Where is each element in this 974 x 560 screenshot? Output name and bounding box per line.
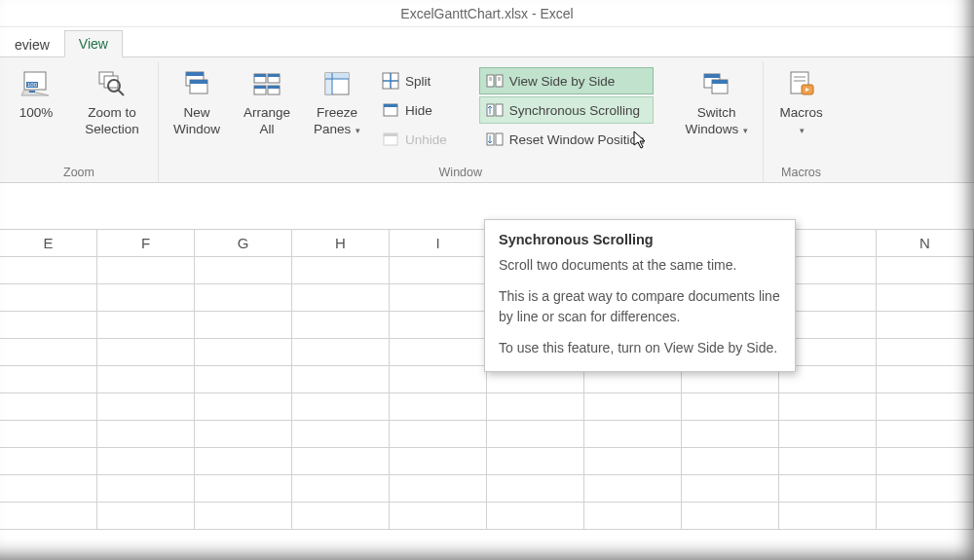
tooltip-text: This is a great way to compare documents… bbox=[499, 286, 781, 326]
group-window-label: Window bbox=[165, 163, 757, 182]
group-window: New Window Arrange All Freeze Panes ▾ bbox=[159, 61, 764, 182]
group-macros-label: Macros bbox=[769, 163, 834, 182]
svg-line-6 bbox=[118, 90, 124, 95]
split-label: Split bbox=[405, 74, 431, 89]
hide-label: Hide bbox=[405, 103, 432, 118]
title-bar: ExcelGanttChart.xlsx - Excel bbox=[0, 0, 974, 27]
view-side-by-side-button[interactable]: View Side by Side bbox=[479, 67, 654, 94]
unhide-button: Unhide bbox=[375, 126, 456, 153]
new-window-button[interactable]: New Window bbox=[165, 63, 229, 139]
table-row[interactable] bbox=[0, 393, 974, 421]
zoom-100-label: 100% bbox=[19, 105, 54, 122]
switch-windows-label: Switch Windows ▾ bbox=[680, 105, 754, 138]
table-row[interactable] bbox=[0, 475, 974, 503]
group-zoom: 100 100% Zoom to Selection Zoom bbox=[0, 61, 159, 182]
hide-button[interactable]: Hide bbox=[375, 96, 456, 124]
macros-button[interactable]: Macros▾ bbox=[769, 63, 834, 139]
tooltip-title: Synchronous Scrolling bbox=[499, 232, 781, 247]
col-header[interactable]: E bbox=[0, 230, 97, 256]
tab-view[interactable]: View bbox=[64, 30, 123, 57]
svg-rect-18 bbox=[268, 86, 280, 89]
unhide-label: Unhide bbox=[405, 132, 447, 147]
hide-icon bbox=[382, 101, 399, 119]
svg-rect-8 bbox=[186, 72, 204, 76]
col-header[interactable]: F bbox=[97, 230, 195, 256]
window-title: ExcelGanttChart.xlsx - Excel bbox=[400, 6, 573, 21]
zoom-100-icon: 100 bbox=[19, 68, 53, 101]
svg-rect-40 bbox=[496, 133, 503, 145]
table-row[interactable] bbox=[0, 448, 974, 475]
svg-rect-28 bbox=[384, 104, 397, 107]
svg-rect-16 bbox=[254, 86, 266, 89]
freeze-panes-label: Freeze Panes ▾ bbox=[308, 105, 366, 138]
unhide-icon bbox=[382, 131, 399, 148]
switch-windows-icon bbox=[700, 68, 733, 101]
col-header[interactable]: N bbox=[877, 230, 974, 256]
svg-rect-10 bbox=[190, 80, 207, 84]
svg-rect-12 bbox=[254, 74, 266, 77]
new-window-icon bbox=[180, 68, 213, 101]
arrange-all-button[interactable]: Arrange All bbox=[235, 63, 299, 139]
split-button[interactable]: Split bbox=[375, 67, 456, 94]
svg-rect-14 bbox=[268, 74, 280, 77]
tooltip-text: To use this feature, turn on View Side b… bbox=[499, 338, 781, 357]
svg-rect-44 bbox=[712, 80, 728, 84]
zoom-to-selection-icon bbox=[95, 68, 129, 101]
synchronous-scrolling-icon bbox=[486, 101, 504, 119]
table-row[interactable] bbox=[0, 421, 974, 448]
view-side-by-side-icon bbox=[486, 72, 504, 90]
arrange-all-label: Arrange All bbox=[238, 105, 296, 138]
svg-rect-32 bbox=[496, 75, 503, 87]
reset-window-position-button[interactable]: Reset Window Position bbox=[479, 126, 654, 153]
freeze-panes-icon bbox=[320, 68, 354, 101]
svg-rect-38 bbox=[496, 104, 503, 116]
macros-icon bbox=[785, 68, 818, 101]
svg-rect-42 bbox=[704, 74, 720, 78]
split-icon bbox=[382, 72, 399, 90]
macros-label: Macros▾ bbox=[779, 105, 822, 138]
col-header[interactable]: G bbox=[195, 230, 292, 256]
svg-rect-21 bbox=[325, 73, 332, 94]
tooltip-text: Scroll two documents at the same time. bbox=[499, 255, 781, 275]
zoom-to-selection-button[interactable]: Zoom to Selection bbox=[72, 63, 152, 139]
new-window-label: New Window bbox=[168, 105, 226, 138]
group-zoom-label: Zoom bbox=[6, 163, 152, 182]
zoom-to-selection-label: Zoom to Selection bbox=[75, 105, 149, 138]
ribbon-tabs: eview View bbox=[0, 27, 974, 56]
tooltip-synchronous-scrolling: Synchronous Scrolling Scroll two documen… bbox=[484, 219, 796, 372]
view-side-by-side-label: View Side by Side bbox=[509, 74, 616, 89]
reset-window-position-icon bbox=[486, 131, 504, 148]
reset-window-position-label: Reset Window Position bbox=[509, 132, 645, 147]
freeze-panes-button[interactable]: Freeze Panes ▾ bbox=[305, 63, 369, 139]
synchronous-scrolling-button[interactable]: Synchronous Scrolling bbox=[479, 96, 654, 124]
tab-review[interactable]: eview bbox=[0, 31, 64, 57]
group-macros: Macros▾ Macros bbox=[764, 61, 840, 182]
table-row[interactable] bbox=[0, 503, 974, 530]
col-header[interactable]: H bbox=[292, 230, 390, 256]
svg-rect-30 bbox=[384, 133, 397, 136]
svg-rect-31 bbox=[487, 75, 494, 87]
col-header[interactable]: I bbox=[390, 230, 487, 256]
svg-text:100: 100 bbox=[27, 82, 38, 88]
zoom-100-button[interactable]: 100 100% bbox=[6, 63, 66, 123]
ribbon: 100 100% Zoom to Selection Zoom New Wind… bbox=[0, 56, 974, 183]
synchronous-scrolling-label: Synchronous Scrolling bbox=[509, 103, 640, 118]
switch-windows-button[interactable]: Switch Windows ▾ bbox=[677, 63, 757, 139]
arrange-all-icon bbox=[250, 68, 283, 101]
